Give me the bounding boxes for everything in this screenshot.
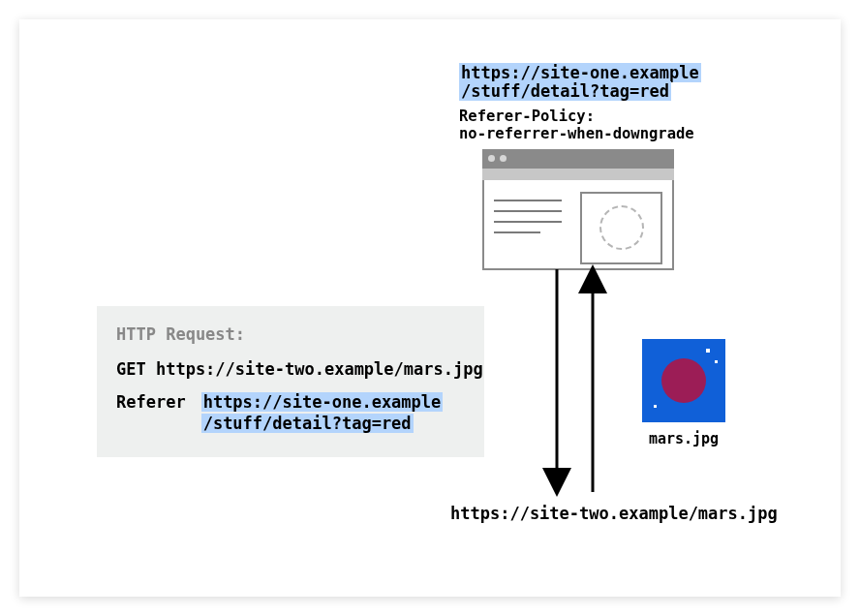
image-placeholder-slot: [580, 192, 662, 264]
mars-image-icon: [642, 339, 725, 422]
referer-policy-text: Referer-Policy: no-referrer-when-downgra…: [459, 108, 694, 143]
star-icon: [706, 349, 710, 353]
http-referer-label: Referer: [116, 391, 201, 413]
referer-policy-label: Referer-Policy:: [459, 108, 595, 125]
image-loading-circle-icon: [599, 205, 644, 250]
mars-image-block: mars.jpg: [639, 339, 728, 447]
star-icon: [654, 405, 657, 408]
referer-policy-value: no-referrer-when-downgrade: [459, 125, 694, 142]
http-request-title: HTTP Request:: [116, 323, 469, 345]
mars-image-filename: mars.jpg: [639, 430, 728, 447]
http-referer-line: Referer https://site-one.example /stuff/…: [116, 391, 469, 434]
browser-urlbar: [482, 169, 674, 180]
planet-icon: [661, 358, 706, 403]
text-line: [494, 231, 540, 233]
browser-titlebar: [482, 149, 674, 169]
http-referer-value-line1: https://site-one.example: [201, 392, 444, 412]
window-dot: [500, 155, 507, 162]
window-dot: [488, 155, 495, 162]
request-response-arrows: [533, 269, 649, 492]
window-controls: [488, 155, 507, 162]
origin-url-line1: https://site-one.example: [459, 63, 701, 82]
browser-viewport: [482, 180, 674, 270]
http-referer-value: https://site-one.example /stuff/detail?t…: [201, 391, 444, 434]
text-line: [494, 200, 562, 201]
origin-url-line2: /stuff/detail?tag=red: [459, 81, 671, 101]
browser-window-mockup: [482, 149, 674, 270]
http-request-box: HTTP Request: GET https://site-two.examp…: [97, 306, 484, 457]
origin-url: https://site-one.example /stuff/detail?t…: [459, 64, 701, 100]
page-text-placeholder: [494, 192, 572, 257]
text-line: [494, 221, 562, 223]
star-icon: [715, 360, 718, 363]
diagram-canvas: https://site-one.example /stuff/detail?t…: [19, 19, 841, 597]
http-request-method-line: GET https://site-two.example/mars.jpg: [116, 358, 469, 380]
destination-url: https://site-two.example/mars.jpg: [450, 504, 778, 523]
text-line: [494, 210, 562, 212]
http-referer-value-line2: /stuff/detail?tag=red: [201, 414, 414, 433]
